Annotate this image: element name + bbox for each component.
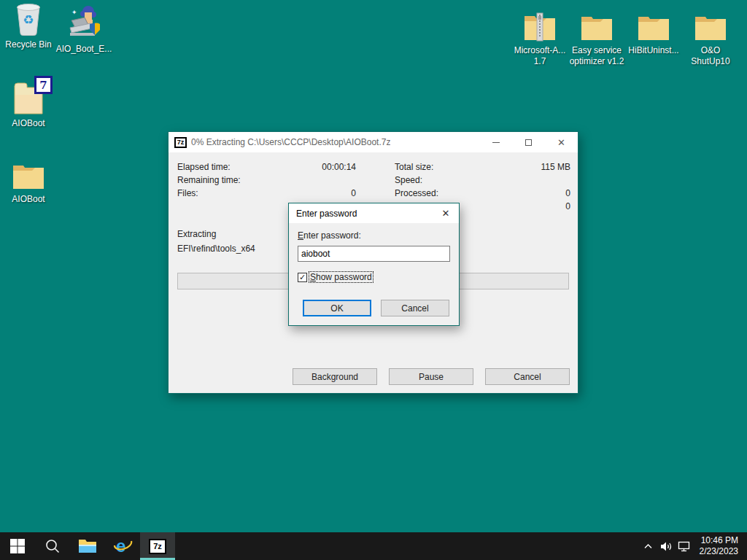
folder-icon: [625, 6, 682, 42]
search-icon: [44, 538, 61, 554]
close-button[interactable]: ✕: [545, 132, 578, 152]
zip-folder-icon: [511, 6, 568, 42]
password-input[interactable]: [298, 246, 450, 262]
remaining-time-label: Remaining time:: [177, 175, 287, 187]
chevron-up-icon: [643, 542, 653, 550]
desktop-icon-easy-service-optimizer[interactable]: Easy service optimizer v1.2: [568, 6, 625, 67]
desktop-icon-label: Recycle Bin: [0, 39, 57, 50]
maximize-icon: [525, 139, 532, 146]
7z-badge: 7: [34, 76, 53, 94]
volume-icon: [660, 541, 673, 552]
tray-network-button[interactable]: [676, 532, 694, 560]
cancel-password-button[interactable]: Cancel: [381, 300, 449, 316]
desktop-icon-microsoft-a[interactable]: Microsoft-A... 1.7: [511, 6, 568, 67]
windows-logo-icon: [9, 538, 26, 554]
desktop-icon-label: AIOBoot: [0, 194, 57, 205]
taskbar: e 7z 10:46 PM 2/23/: [0, 532, 747, 560]
folder-icon: [0, 155, 57, 191]
total-size-label: Total size:: [395, 162, 504, 174]
svg-text:♻: ♻: [23, 13, 34, 27]
search-button[interactable]: [35, 532, 70, 560]
desktop-icon-label-line2: optimizer v1.2: [568, 56, 625, 67]
taskbar-clock[interactable]: 10:46 PM 2/23/2023: [700, 535, 738, 557]
desktop-icon-aioboot-archive[interactable]: 7 AIOBoot: [0, 79, 57, 129]
elapsed-time-label: Elapsed time:: [177, 162, 287, 174]
total-size-value: 115 MB: [500, 162, 570, 174]
desktop-icon-oo-shutup10[interactable]: O&O ShutUp10: [682, 6, 739, 67]
cancel-extraction-button[interactable]: Cancel: [485, 368, 570, 385]
svg-text:e: e: [116, 536, 125, 556]
internet-explorer-button[interactable]: e: [105, 532, 140, 560]
desktop-icon-label-line2: ShutUp10: [682, 56, 739, 67]
desktop-icon-label: AIO_Boot_E...: [55, 44, 112, 55]
progress-window-titlebar[interactable]: 7z 0% Extracting C:\Users\CCCP\Desktop\A…: [169, 132, 578, 152]
7zip-taskbar-icon: 7z: [149, 539, 166, 554]
dialog-title: Enter password: [296, 209, 357, 219]
maximize-button[interactable]: [512, 132, 545, 152]
file-explorer-button[interactable]: [70, 532, 105, 560]
7zip-app-icon: 7z: [174, 137, 187, 148]
processed-value: 0: [500, 188, 570, 200]
clock-time: 10:46 PM: [700, 535, 738, 546]
desktop-icon-aio-boot-exe[interactable]: ✦ AIO_Boot_E...: [55, 4, 112, 55]
show-password-checkbox-row[interactable]: ✓ Show password: [298, 272, 373, 282]
ok-button[interactable]: OK: [303, 300, 371, 316]
close-icon: ✕: [557, 137, 565, 148]
minimize-icon: [492, 142, 500, 143]
desktop-icon-label-line1: HiBitUninst...: [625, 45, 682, 56]
minimize-button[interactable]: [479, 132, 512, 152]
enter-password-dialog: Enter password ✕ Enter password: ✓ Show …: [288, 203, 460, 326]
desktop-icon-recycle-bin[interactable]: ♻ Recycle Bin: [0, 0, 57, 50]
desktop-icon-label-line1: Microsoft-A...: [511, 45, 568, 56]
files-value: 0: [285, 188, 356, 200]
file-explorer-icon: [78, 538, 97, 554]
desktop-icon-aioboot-folder[interactable]: AIOBoot: [0, 155, 57, 205]
folder-icon: [568, 6, 625, 42]
internet-explorer-icon: e: [112, 536, 133, 556]
window-title: 0% Extracting C:\Users\CCCP\Desktop\AIOB…: [191, 137, 390, 147]
recycle-bin-icon: ♻: [0, 0, 57, 36]
system-tray: 10:46 PM 2/23/2023: [639, 532, 747, 560]
pause-button[interactable]: Pause: [389, 368, 473, 385]
background-button[interactable]: Background: [293, 368, 377, 385]
desktop-icon-label: AIOBoot: [0, 118, 57, 129]
password-field-label: Enter password:: [298, 230, 444, 242]
7z-archive-icon: 7: [0, 79, 57, 115]
svg-text:✦: ✦: [71, 9, 77, 16]
seven-zip-taskbar-button[interactable]: 7z: [140, 532, 175, 560]
tray-chevron-up-button[interactable]: [639, 532, 657, 560]
show-password-label[interactable]: Show password: [309, 272, 373, 282]
network-ethernet-icon: [678, 541, 692, 552]
desktop-icon-label-line1: O&O: [682, 45, 739, 56]
password-dialog-titlebar[interactable]: Enter password ✕: [289, 203, 459, 223]
tray-volume-button[interactable]: [657, 532, 676, 560]
desktop-icon-hibit-uninstaller[interactable]: HiBitUninst...: [625, 6, 682, 56]
dialog-close-button[interactable]: ✕: [433, 203, 459, 223]
compressed-size-value: 0: [500, 201, 570, 213]
checkbox-checked-icon[interactable]: ✓: [298, 273, 307, 282]
remaining-time-value: [285, 175, 356, 187]
desktop-icon-label-line2: 1.7: [511, 56, 568, 67]
files-label: Files:: [177, 188, 287, 200]
processed-label: Processed:: [395, 188, 504, 200]
start-button[interactable]: [0, 532, 35, 560]
folder-icon: [682, 6, 739, 42]
clock-date: 2/23/2023: [700, 546, 738, 557]
aio-boot-installer-icon: ✦: [55, 4, 112, 41]
close-icon: ✕: [442, 208, 450, 219]
speed-value: [500, 175, 570, 187]
elapsed-time-value: 00:00:14: [285, 162, 356, 174]
speed-label: Speed:: [395, 175, 504, 187]
desktop-icon-label-line1: Easy service: [568, 45, 625, 56]
